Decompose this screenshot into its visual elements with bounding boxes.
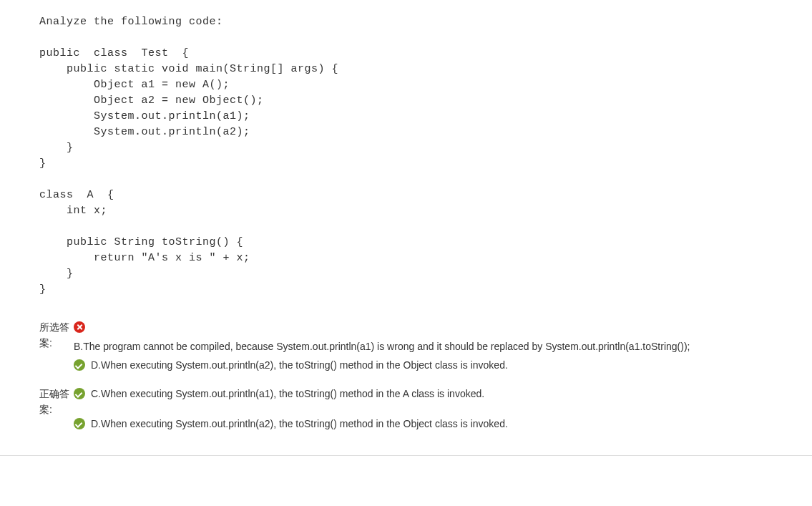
question-container: Analyze the following code: public class… bbox=[0, 14, 787, 437]
correct-answer-text: C.When executing System.out.println(a1),… bbox=[91, 386, 787, 402]
correct-answer-label: 正确答案: bbox=[39, 386, 74, 437]
correct-answer-section: 正确答案: C.When executing System.out.printl… bbox=[39, 386, 787, 437]
selected-answer-section: 所选答案: B.The program cannot be compiled, … bbox=[39, 319, 787, 379]
question-code-block: Analyze the following code: public class… bbox=[39, 14, 787, 298]
selected-answer-label: 所选答案: bbox=[39, 319, 74, 379]
section-divider bbox=[0, 455, 812, 456]
selected-answer-text: D.When executing System.out.println(a2),… bbox=[91, 357, 787, 373]
selected-answer-item: D.When executing System.out.println(a2),… bbox=[74, 357, 787, 373]
correct-answer-item: C.When executing System.out.println(a1),… bbox=[74, 386, 787, 402]
correct-answer-content: C.When executing System.out.println(a1),… bbox=[74, 386, 787, 437]
correct-icon bbox=[74, 359, 85, 371]
wrong-icon bbox=[74, 321, 85, 333]
question-prompt: Analyze the following code: bbox=[39, 16, 223, 28]
correct-icon bbox=[74, 418, 85, 429]
correct-answer-text: D.When executing System.out.println(a2),… bbox=[91, 416, 787, 432]
correct-icon bbox=[74, 388, 85, 399]
question-code: public class Test { public static void m… bbox=[39, 47, 338, 296]
selected-answer-content: B.The program cannot be compiled, becaus… bbox=[74, 319, 787, 379]
selected-answer-text: B.The program cannot be compiled, becaus… bbox=[74, 339, 787, 354]
selected-answer-item bbox=[74, 319, 787, 333]
correct-answer-item: D.When executing System.out.println(a2),… bbox=[74, 416, 787, 432]
